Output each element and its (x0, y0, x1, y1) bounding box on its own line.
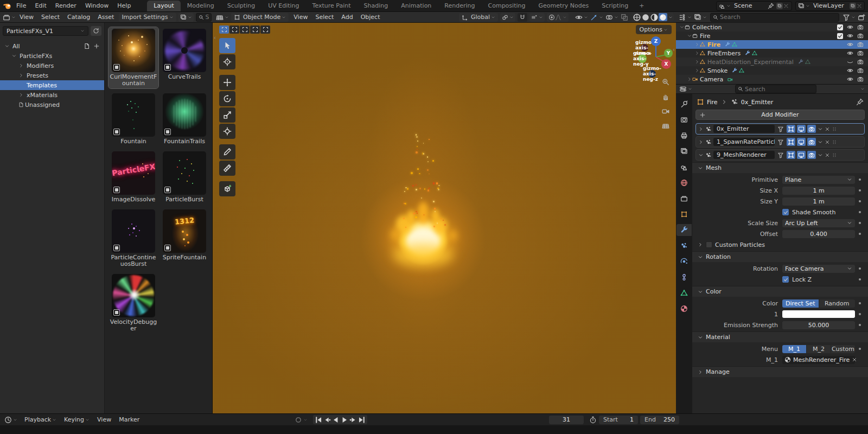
properties-tab-object-data[interactable] (676, 287, 692, 299)
catalog-item-unassigned[interactable]: Unassigned (0, 100, 104, 110)
snap-with-button[interactable] (529, 13, 545, 22)
properties-tab-material[interactable] (676, 303, 692, 315)
asset-item-velocitydebugger[interactable]: VelocityDebugger (108, 272, 158, 334)
section-header-rotation[interactable]: Rotation (692, 251, 868, 262)
workspace-add-button[interactable]: + (635, 1, 648, 11)
number-field-size-y[interactable]: 1 m (782, 197, 855, 206)
number-field-offset[interactable]: 0.400 (782, 230, 855, 238)
catalog-item-templates[interactable]: Templates (0, 80, 104, 90)
close-icon[interactable] (783, 3, 789, 9)
chevron-down-icon[interactable] (860, 87, 865, 91)
menu-render[interactable]: Render (51, 2, 81, 9)
checkbox-lock-z[interactable] (782, 276, 789, 283)
menu-help[interactable]: Help (113, 2, 135, 9)
properties-tab-physics[interactable] (676, 256, 692, 267)
breadcrumb-object[interactable]: Fire (707, 99, 718, 106)
properties-display-icon[interactable] (679, 85, 687, 93)
transform-orientation[interactable]: Global (459, 13, 498, 22)
keyframe-dot[interactable] (859, 233, 861, 235)
keyframe-dot[interactable] (859, 324, 861, 326)
properties-tab-render[interactable] (676, 114, 692, 126)
properties-tab-object[interactable] (676, 208, 692, 220)
properties-tab-constraints[interactable] (676, 271, 692, 283)
timeline-menu-marker[interactable]: Marker (115, 416, 143, 423)
shading-material-icon[interactable] (650, 13, 659, 21)
asset-item-particleburst[interactable]: ParticleBurst (159, 150, 209, 205)
vp-menu-view[interactable]: View (290, 14, 311, 21)
modifier-editmode-toggle[interactable] (787, 151, 795, 159)
modifier-name-field[interactable]: 0x_Emitter (713, 125, 775, 133)
viewport-3d[interactable]: Options gizmo-axis-neg-xgizmo-axis-neg-y… (213, 23, 676, 413)
refresh-button[interactable] (91, 26, 101, 36)
material-field[interactable]: MeshRenderer_Fire (782, 356, 855, 364)
modifier-render-toggle[interactable] (807, 138, 816, 146)
scene-selector[interactable]: Scene (716, 1, 792, 11)
navigation-gizmo[interactable]: gizmo-axis-neg-xgizmo-axis-neg-ygizmo-ax… (631, 33, 676, 81)
asset-item-fountaintrails[interactable]: FountainTrails (159, 92, 209, 146)
keyframe-dot[interactable] (859, 178, 861, 181)
vp-menu-add[interactable]: Add (337, 14, 356, 21)
modifier-0x-emitter[interactable]: 0x_Emitter (695, 123, 865, 135)
tool-cursor[interactable] (219, 54, 235, 69)
asset-search[interactable] (196, 13, 212, 22)
chevron-right-icon[interactable] (18, 63, 24, 68)
timeline-menu-playback[interactable]: Playback (21, 416, 60, 423)
catalog-item-presets[interactable]: Presets (0, 71, 104, 80)
asset-search-input[interactable] (206, 14, 209, 21)
subpanel-custom-particles[interactable]: Custom Particles (695, 239, 865, 250)
copy-icon[interactable] (850, 3, 856, 9)
outliner-row-fire[interactable]: Fire (676, 31, 868, 40)
segment-option-m-2[interactable]: M_2 (807, 345, 831, 353)
catalog-library-select[interactable]: ParticlesFXs_V1 (3, 26, 88, 36)
catalog-item-particlefxs[interactable]: ParticleFXs (0, 51, 104, 61)
viewlayer-selector[interactable]: ViewLayer (795, 1, 865, 11)
select-mode-paint-icon[interactable] (260, 25, 270, 34)
tool-transform[interactable] (219, 124, 235, 139)
dropdown-rotation[interactable]: Face Camera (782, 265, 855, 273)
catalog-item-modifiers[interactable]: Modifiers (0, 61, 104, 71)
modifier-name-field[interactable]: 1_SpawnRateParticleSi... (713, 138, 775, 146)
tool-select-box[interactable] (219, 38, 235, 53)
zoom-icon[interactable] (662, 78, 669, 86)
properties-tab-tool[interactable] (676, 98, 692, 110)
checkbox-shade-smooth[interactable] (782, 209, 789, 215)
keyframe-dot[interactable] (859, 211, 861, 213)
workspace-tab-sculpting[interactable]: Sculpting (221, 1, 261, 11)
segment-option-m-1[interactable]: M_1 (782, 345, 807, 353)
select-mode-box-icon[interactable] (229, 25, 239, 34)
ab-menu-asset[interactable]: Asset (94, 14, 118, 21)
timeline-editor-icon[interactable] (4, 416, 12, 424)
modifier-render-toggle[interactable] (807, 151, 816, 159)
asset-browser-editor-icon[interactable] (3, 14, 10, 21)
frame-end-field[interactable]: End250 (640, 416, 679, 424)
section-header-color[interactable]: Color (692, 286, 868, 297)
chevron-down-icon[interactable] (4, 43, 10, 49)
modifier-realtime-toggle[interactable] (797, 151, 806, 159)
timeline-menu-keying[interactable]: Keying (60, 416, 93, 423)
keyframe-dot[interactable] (859, 200, 861, 202)
dropdown-primitive[interactable]: Plane (782, 176, 855, 184)
select-mode-lasso-icon[interactable] (250, 25, 260, 34)
keyframe-dot[interactable] (859, 278, 861, 280)
toolbar-collapse-arrow[interactable]: ‹ (214, 35, 216, 41)
outliner-display-mode-icon[interactable] (679, 14, 686, 21)
mode-selector[interactable]: Object Mode (231, 13, 289, 22)
workspace-tab-modeling[interactable]: Modeling (181, 1, 221, 11)
properties-search[interactable] (735, 85, 816, 93)
previous-keyframe-button[interactable] (323, 416, 331, 424)
modifier-realtime-toggle[interactable] (797, 138, 806, 146)
subpanel-checkbox[interactable] (706, 241, 712, 248)
asset-item-curlmovementfountain[interactable]: CurlMovementFountain (108, 27, 158, 88)
auto-keying-icon[interactable] (295, 416, 302, 424)
camera-view-icon[interactable] (662, 107, 669, 115)
outliner-search-input[interactable] (720, 14, 837, 21)
modifier-realtime-toggle[interactable] (797, 125, 806, 133)
add-modifier-button[interactable]: Add Modifier (695, 110, 865, 120)
tool-annotate[interactable] (219, 144, 235, 159)
import-settings-button[interactable]: Import Settings (119, 13, 176, 22)
number-field-emission-strength[interactable]: 50.000 (782, 321, 855, 329)
section-header-material[interactable]: Material (692, 331, 868, 342)
properties-tab-world[interactable] (676, 177, 692, 189)
tool-move[interactable] (219, 75, 235, 90)
properties-tab-collection[interactable] (676, 193, 692, 205)
